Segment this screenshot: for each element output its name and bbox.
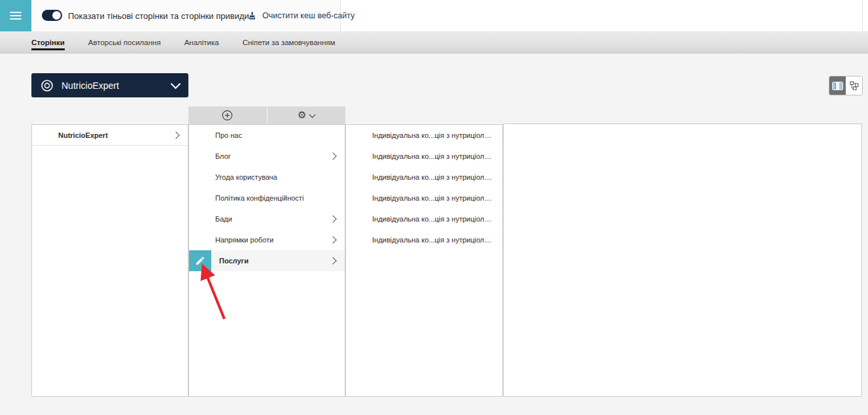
column-subpages: Індивідуальна ко...ція з нутриціологомІн… bbox=[345, 124, 503, 397]
column-pages: Про насБлогУгода користувачаПолітика кон… bbox=[188, 124, 345, 397]
page-row-label: Бади bbox=[215, 215, 330, 223]
toggle-knob bbox=[52, 11, 61, 20]
column-site-root: NutricioExpert bbox=[31, 124, 188, 397]
shadow-pages-toggle-label: Показати тіньові сторінки та сторінки пр… bbox=[68, 0, 249, 31]
page-row[interactable]: Блог bbox=[189, 146, 345, 167]
brush-icon bbox=[247, 11, 257, 21]
page-row-label: Угода користувача bbox=[215, 173, 336, 181]
site-target-icon bbox=[41, 79, 54, 92]
view-switcher bbox=[829, 76, 863, 95]
shadow-pages-toggle[interactable] bbox=[42, 10, 62, 21]
edit-page-button[interactable] bbox=[189, 250, 211, 271]
gear-icon: ⚙ bbox=[298, 110, 306, 120]
subpage-row[interactable]: Індивідуальна ко...ція з нутриціологом bbox=[346, 125, 502, 146]
section-tabs: Сторінки Авторські посилання Аналітика С… bbox=[0, 31, 868, 54]
tab-analytics[interactable]: Аналітика bbox=[184, 31, 219, 53]
chevron-right-icon bbox=[172, 131, 179, 139]
pencil-icon bbox=[195, 256, 205, 266]
columns-view-button[interactable] bbox=[829, 76, 846, 95]
page-row[interactable]: Про нас bbox=[189, 125, 345, 146]
subpage-row[interactable]: Індивідуальна ко...ція з нутриціологом bbox=[346, 167, 502, 188]
top-bar-divider bbox=[862, 0, 863, 31]
top-bar: Показати тіньові сторінки та сторінки пр… bbox=[0, 0, 868, 31]
subpage-row[interactable]: Індивідуальна ко...ція з нутриціологом bbox=[346, 229, 502, 250]
page-row[interactable]: Політика конфіденційності bbox=[189, 188, 345, 208]
site-root-row[interactable]: NutricioExpert bbox=[32, 125, 188, 146]
clear-cache-button[interactable]: Очистити кеш веб-сайту bbox=[243, 0, 358, 31]
hamburger-icon bbox=[10, 12, 22, 20]
chevron-right-icon bbox=[329, 215, 336, 222]
chevron-right-icon bbox=[329, 257, 336, 264]
page-row-label: Напрямки роботи bbox=[215, 236, 330, 244]
subpage-row-label: Індивідуальна ко...ція з нутриціологом bbox=[372, 236, 493, 244]
clear-cache-label: Очистити кеш веб-сайту bbox=[262, 11, 355, 20]
subpage-row[interactable]: Індивідуальна ко...ція з нутриціологом bbox=[346, 188, 502, 208]
subpage-row-label: Індивідуальна ко...ція з нутриціологом bbox=[372, 131, 493, 139]
column-empty-panel bbox=[503, 124, 862, 397]
tab-pages[interactable]: Сторінки bbox=[31, 31, 65, 53]
subpage-row-label: Індивідуальна ко...ція з нутриціологом bbox=[372, 173, 493, 181]
page-row[interactable]: Послуги bbox=[189, 250, 345, 271]
columns-view-icon bbox=[832, 82, 843, 90]
page-row-label: Блог bbox=[215, 152, 330, 160]
tab-default-snippets[interactable]: Сніпети за замовчуванням bbox=[243, 31, 336, 53]
tree-view-button[interactable] bbox=[846, 76, 862, 95]
pages-toolbar: ⚙ bbox=[188, 107, 345, 124]
subpage-row[interactable]: Індивідуальна ко...ція з нутриціологом bbox=[346, 208, 502, 229]
tab-author-links[interactable]: Авторські посилання bbox=[88, 31, 161, 53]
site-selector-button[interactable]: NutricioExpert bbox=[31, 73, 188, 97]
site-root-label: NutricioExpert bbox=[58, 131, 173, 139]
plus-circle-icon bbox=[222, 110, 233, 121]
add-page-button[interactable] bbox=[188, 107, 267, 124]
page-row[interactable]: Угода користувача bbox=[189, 167, 345, 188]
chevron-right-icon bbox=[329, 152, 336, 159]
site-selector-label: NutricioExpert bbox=[61, 80, 172, 91]
page-row-label: Послуги bbox=[219, 257, 330, 265]
chevron-right-icon bbox=[329, 236, 336, 243]
page-settings-button[interactable]: ⚙ bbox=[267, 107, 346, 124]
subpage-row-label: Індивідуальна ко...ція з нутриціологом bbox=[372, 215, 493, 223]
tree-view-icon bbox=[850, 81, 859, 90]
page-row[interactable]: Бади bbox=[189, 208, 345, 229]
chevron-down-icon bbox=[171, 79, 181, 90]
chevron-down-icon bbox=[309, 111, 316, 118]
menu-button[interactable] bbox=[0, 0, 31, 31]
page-row-label: Політика конфіденційності bbox=[215, 194, 336, 202]
page-row-label: Про нас bbox=[215, 131, 336, 139]
subpage-row[interactable]: Індивідуальна ко...ція з нутриціологом bbox=[346, 146, 502, 167]
subpage-row-label: Індивідуальна ко...ція з нутриціологом bbox=[372, 152, 493, 160]
page-row[interactable]: Напрямки роботи bbox=[189, 229, 345, 250]
subpage-row-label: Індивідуальна ко...ція з нутриціологом bbox=[372, 194, 493, 202]
app-window: Показати тіньові сторінки та сторінки пр… bbox=[0, 0, 868, 415]
